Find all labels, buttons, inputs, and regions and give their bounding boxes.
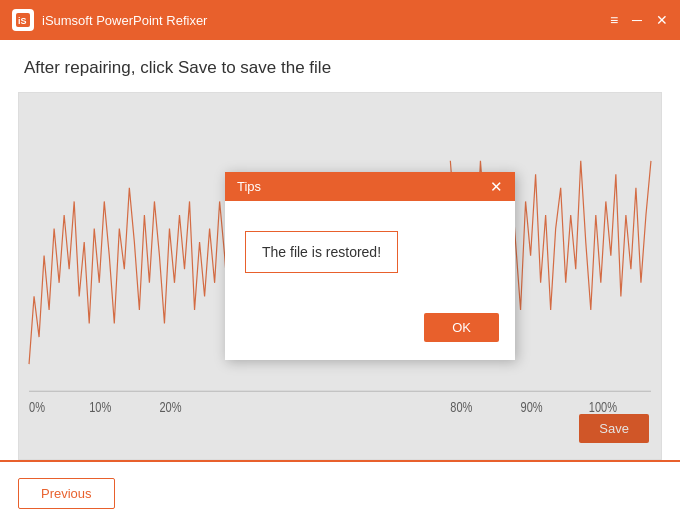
title-bar: iS iSumsoft PowerPoint Refixer ≡ ─ ✕	[0, 0, 680, 40]
modal-footer: OK	[225, 313, 515, 360]
modal-body: The file is restored!	[225, 201, 515, 313]
main-content: After repairing, click Save to save the …	[0, 40, 680, 525]
bottom-bar: Previous	[0, 460, 680, 525]
previous-button[interactable]: Previous	[18, 478, 115, 509]
menu-icon[interactable]: ≡	[610, 13, 618, 27]
window-controls: ≡ ─ ✕	[610, 13, 668, 27]
chart-area: 0% 10% 20% 80% 90% 100% Save Tips ✕ T	[19, 93, 661, 459]
svg-text:iS: iS	[18, 16, 27, 26]
app-title: iSumsoft PowerPoint Refixer	[42, 13, 610, 28]
modal-title: Tips	[237, 179, 261, 194]
ok-button[interactable]: OK	[424, 313, 499, 342]
modal-header: Tips ✕	[225, 172, 515, 201]
close-icon[interactable]: ✕	[656, 13, 668, 27]
modal-message: The file is restored!	[245, 231, 398, 273]
modal-overlay: Tips ✕ The file is restored! OK	[19, 93, 661, 459]
minimize-icon[interactable]: ─	[632, 13, 642, 27]
chart-container: 0% 10% 20% 80% 90% 100% Save Tips ✕ T	[18, 92, 662, 460]
tips-modal: Tips ✕ The file is restored! OK	[225, 172, 515, 360]
page-title: After repairing, click Save to save the …	[0, 40, 680, 92]
modal-close-button[interactable]: ✕	[490, 179, 503, 194]
app-logo: iS	[12, 9, 34, 31]
